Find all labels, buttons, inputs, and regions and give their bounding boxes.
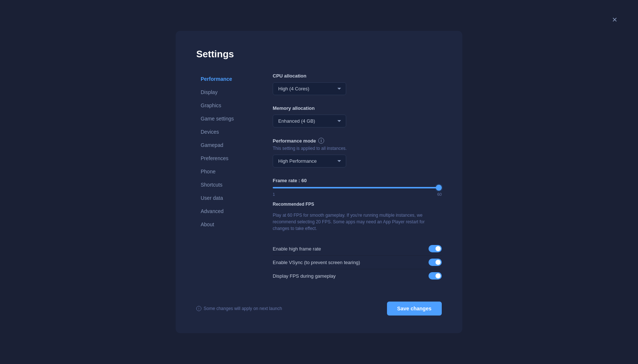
- frame-rate-label: Frame rate : 60: [273, 178, 442, 183]
- settings-title: Settings: [196, 48, 442, 60]
- toggle-row-vsync: Enable VSync (to prevent screen tearing): [273, 256, 442, 269]
- frame-rate-slider[interactable]: [273, 187, 442, 188]
- toggle-switch-vsync[interactable]: [429, 259, 442, 266]
- sidebar-item-advanced[interactable]: Advanced: [196, 205, 255, 217]
- performance-mode-label-row: Performance mode i: [273, 138, 442, 144]
- sidebar-item-performance[interactable]: Performance: [196, 73, 255, 85]
- sidebar-item-user-data[interactable]: User data: [196, 192, 255, 204]
- sidebar-item-phone[interactable]: Phone: [196, 166, 255, 177]
- sidebar-item-about[interactable]: About: [196, 219, 255, 230]
- performance-mode-select[interactable]: Power SavingBalancedHigh Performance: [273, 155, 346, 167]
- sidebar: PerformanceDisplayGraphicsGame settingsD…: [196, 73, 255, 282]
- save-button[interactable]: Save changes: [387, 302, 442, 316]
- recommended-fps-title: Recommended FPS: [273, 202, 442, 207]
- recommended-fps-desc: Play at 60 FPS for smooth gameplay. If y…: [273, 212, 442, 232]
- performance-mode-info-icon[interactable]: i: [318, 138, 324, 144]
- toggle-row-fps-display: Display FPS during gameplay: [273, 269, 442, 282]
- footer: i Some changes will apply on next launch…: [196, 294, 442, 316]
- cpu-allocation-section: CPU allocation Low (1 Core)Medium (2 Cor…: [273, 73, 442, 95]
- performance-mode-label-text: Performance mode: [273, 138, 316, 144]
- memory-allocation-label: Memory allocation: [273, 105, 442, 111]
- slider-max: 60: [437, 192, 442, 197]
- performance-mode-section: Performance mode i This setting is appli…: [273, 138, 442, 167]
- sidebar-item-preferences[interactable]: Preferences: [196, 152, 255, 164]
- performance-mode-subtitle: This setting is applied to all instances…: [273, 146, 442, 151]
- footer-info-icon: i: [196, 306, 201, 311]
- toggle-label-high-frame-rate: Enable high frame rate: [273, 246, 321, 252]
- main-content: CPU allocation Low (1 Core)Medium (2 Cor…: [273, 73, 442, 282]
- settings-body: PerformanceDisplayGraphicsGame settingsD…: [196, 73, 442, 282]
- cpu-allocation-label: CPU allocation: [273, 73, 442, 79]
- cpu-allocation-select[interactable]: Low (1 Core)Medium (2 Cores)High (4 Core…: [273, 82, 346, 95]
- footer-note: i Some changes will apply on next launch: [196, 306, 282, 311]
- memory-allocation-section: Memory allocation Low (1 GB)Medium (2 GB…: [273, 105, 442, 127]
- frame-rate-section: Frame rate : 60 1 60 Recommended FPS Pla…: [273, 178, 442, 232]
- sidebar-item-gamepad[interactable]: Gamepad: [196, 139, 255, 151]
- sidebar-item-display[interactable]: Display: [196, 86, 255, 98]
- footer-note-text: Some changes will apply on next launch: [204, 306, 282, 311]
- sidebar-item-game-settings[interactable]: Game settings: [196, 113, 255, 125]
- toggle-switch-fps-display[interactable]: [429, 272, 442, 280]
- sidebar-item-devices[interactable]: Devices: [196, 126, 255, 138]
- toggles-section: Enable high frame rateEnable VSync (to p…: [273, 242, 442, 282]
- toggle-label-vsync: Enable VSync (to prevent screen tearing): [273, 260, 360, 265]
- sidebar-item-shortcuts[interactable]: Shortcuts: [196, 179, 255, 191]
- sidebar-item-graphics[interactable]: Graphics: [196, 100, 255, 111]
- toggle-label-fps-display: Display FPS during gameplay: [273, 273, 336, 279]
- memory-allocation-select[interactable]: Low (1 GB)Medium (2 GB)Enhanced (4 GB)Hi…: [273, 115, 346, 127]
- slider-min: 1: [273, 192, 275, 197]
- settings-panel: Settings PerformanceDisplayGraphicsGame …: [176, 31, 462, 333]
- toggle-row-high-frame-rate: Enable high frame rate: [273, 242, 442, 256]
- toggle-switch-high-frame-rate[interactable]: [429, 245, 442, 252]
- slider-labels: 1 60: [273, 192, 442, 197]
- close-button[interactable]: ✕: [609, 15, 620, 25]
